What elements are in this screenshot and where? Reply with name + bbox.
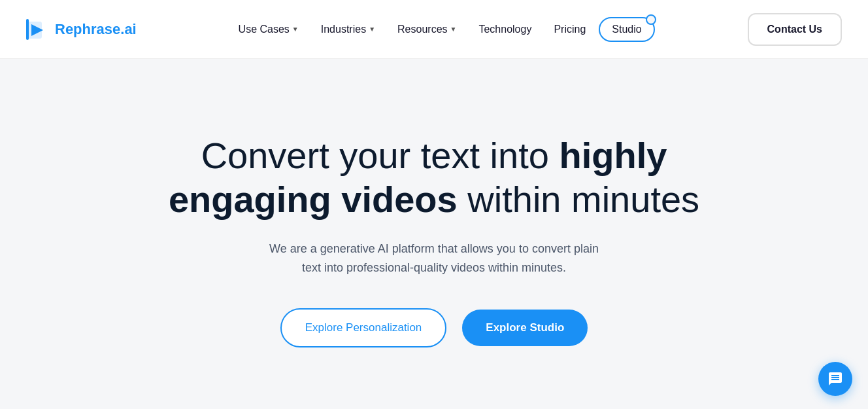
explore-studio-button[interactable]: Explore Studio: [462, 310, 588, 346]
logo-icon: [26, 18, 50, 41]
hero-title: Convert your text into highly engaging v…: [166, 133, 702, 221]
nav-item-resources[interactable]: Resources ▼: [388, 18, 465, 41]
nav-studio-wrapper: Studio: [599, 17, 654, 42]
chat-bubble-button[interactable]: [818, 362, 852, 396]
hero-subtitle: We are a generative AI platform that all…: [264, 240, 604, 277]
explore-personalization-button[interactable]: Explore Personalization: [280, 308, 447, 347]
chat-icon: [827, 371, 843, 387]
contact-us-button[interactable]: Contact Us: [748, 13, 842, 46]
nav-item-industries[interactable]: Industries ▼: [312, 18, 384, 41]
nav-links: Use Cases ▼ Industries ▼ Resources ▼ Tec…: [229, 17, 655, 42]
hero-title-end: within minutes: [458, 179, 699, 220]
nav-item-pricing[interactable]: Pricing: [544, 18, 595, 41]
nav-item-use-cases[interactable]: Use Cases ▼: [229, 18, 308, 41]
hero-section: Convert your text into highly engaging v…: [0, 59, 868, 409]
logo-text: Rephrase.ai: [55, 21, 137, 38]
nav-item-studio[interactable]: Studio: [599, 17, 654, 42]
logo[interactable]: Rephrase.ai: [26, 18, 137, 41]
hero-title-normal: Convert your text into: [201, 135, 559, 176]
nav-item-technology[interactable]: Technology: [469, 18, 541, 41]
hero-cta-group: Explore Personalization Explore Studio: [280, 308, 588, 347]
chevron-down-icon: ▼: [369, 26, 375, 33]
chevron-down-icon: ▼: [292, 26, 299, 33]
chevron-down-icon: ▼: [450, 26, 457, 33]
navbar: Rephrase.ai Use Cases ▼ Industries ▼ Res…: [0, 0, 868, 59]
svg-rect-2: [26, 19, 29, 40]
